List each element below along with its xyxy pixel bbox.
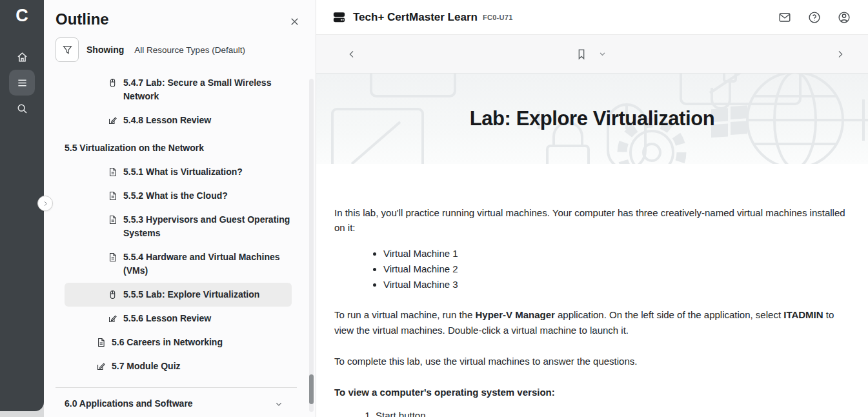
comptia-logo: C [0, 0, 44, 26]
chevron-left-icon [347, 49, 357, 59]
chevron-right-icon [835, 49, 845, 59]
outline-item-label: 5.5.4 Hardware and Virtual Machines (VMs… [123, 250, 292, 278]
steps-list: Start buttonSettings (gear icon) [334, 408, 850, 417]
outline-menu-button[interactable] [9, 70, 35, 96]
bookmark-button[interactable] [574, 47, 589, 61]
list-item: Virtual Machine 3 [383, 277, 850, 292]
outline-item-label: 5.5.6 Lesson Review [123, 312, 211, 325]
intro-paragraph: In this lab, you'll practice running vir… [334, 205, 850, 236]
run-text: To run a virtual machine, run the [334, 309, 475, 320]
list-item: Start button [376, 408, 850, 417]
filter-button[interactable] [56, 37, 79, 62]
search-button[interactable] [9, 96, 35, 121]
outline-item[interactable]: 5.6 Careers in Networking [65, 331, 292, 354]
outline-item[interactable]: 5.5.5 Lab: Explore Virtualization [65, 283, 292, 307]
complete-paragraph: To complete this lab, use the virtual ma… [334, 354, 850, 369]
home-button[interactable] [9, 44, 35, 70]
account-button[interactable] [836, 9, 853, 26]
outline-filter-row: Showing All Resource Types (Default) [56, 37, 304, 62]
lesson-review-icon [107, 115, 118, 126]
outline-item[interactable]: 5.7 Module Quiz [65, 354, 292, 378]
document-icon [96, 337, 106, 348]
outline-panel: Outline Showing All Resource Types (Defa… [44, 0, 316, 417]
monitor-icon [332, 109, 423, 164]
lesson-review-icon [96, 361, 106, 372]
brand-logo-icon [332, 10, 347, 25]
outline-item-label: 5.5.5 Lab: Explore Virtualization [123, 288, 259, 301]
outline-item-label: 5.6 Careers in Networking [112, 336, 223, 349]
hyperv-manager-text: Hyper-V Manager [475, 309, 554, 320]
document-icon [107, 252, 118, 263]
outline-list-viewport: 5.4.7 Lab: Secure a Small Wireless Netwo… [44, 79, 308, 417]
chevron-down-icon [598, 49, 607, 59]
chevron-down-icon[interactable] [274, 399, 284, 409]
bookmark-menu-button[interactable] [598, 49, 607, 59]
outline-item-label: 5.4.8 Lesson Review [123, 114, 211, 127]
run-paragraph: To run a virtual machine, run the Hyper-… [334, 307, 850, 338]
user-icon [837, 10, 851, 25]
chevron-right-icon [42, 200, 49, 207]
outline-item-label: 5.5 Virtualization on the Network [65, 141, 204, 155]
outline-item[interactable]: 5.5.6 Lesson Review [65, 307, 292, 331]
outline-section[interactable]: 5.5 Virtualization on the Network [65, 136, 292, 160]
filter-label: Showing [86, 45, 124, 55]
outline-panel-title: Outline [44, 0, 316, 28]
outline-item[interactable]: 5.4.7 Lab: Secure a Small Wireless Netwo… [65, 79, 292, 108]
previous-page-button[interactable] [342, 45, 361, 64]
lesson-review-icon [107, 313, 118, 324]
list-item: Virtual Machine 1 [383, 246, 850, 261]
tablet-icon [371, 74, 455, 96]
outline-item-label: 5.7 Module Quiz [112, 360, 181, 373]
outline-list: 5.4.7 Lab: Secure a Small Wireless Netwo… [44, 79, 308, 417]
outline-divider [56, 387, 297, 388]
close-outline-button[interactable] [286, 13, 303, 30]
lab-mouse-icon [107, 79, 118, 88]
run-text: application. On the left side of the app… [555, 309, 783, 320]
steps-heading: To view a computer's operating system ve… [334, 385, 850, 400]
app-window: C Outline [0, 0, 868, 417]
windows-flag-icon [711, 105, 747, 137]
lesson-body: In this lab, you'll practice running vir… [316, 164, 868, 417]
outline-scrollbar-thumb[interactable] [309, 374, 314, 404]
next-page-button[interactable] [831, 45, 850, 64]
itadmin-text: ITADMIN [783, 309, 823, 320]
course-code: FC0-U71 [483, 14, 513, 21]
app-header: Tech+ CertMaster Learn FC0-U71 [316, 0, 868, 35]
outline-item[interactable]: 5.4.8 Lesson Review [65, 108, 292, 132]
close-icon [288, 15, 301, 28]
lab-mouse-icon [107, 289, 118, 300]
globe-icon [747, 74, 868, 164]
outline-item-label: 6.0 Applications and Software [65, 397, 193, 411]
outline-scrollbar[interactable] [309, 79, 314, 412]
document-icon [107, 214, 118, 225]
messages-button[interactable] [776, 9, 793, 26]
document-icon [107, 190, 118, 201]
main-content: Tech+ CertMaster Learn FC0-U71 [316, 0, 868, 417]
laptop-icon [681, 74, 800, 104]
vm-list: Virtual Machine 1Virtual Machine 2Virtua… [334, 246, 850, 292]
outline-item[interactable]: 5.5.1 What is Virtualization? [65, 160, 292, 184]
lesson-nav-bar [316, 35, 868, 74]
lesson-hero-banner: Lab: Explore Virtualization [316, 74, 868, 164]
bookmark-group [574, 47, 607, 61]
bookmark-icon [574, 47, 589, 61]
outline-item-label: 5.5.3 Hypervisors and Guest Operating Sy… [123, 213, 292, 240]
brand-name: Tech+ CertMaster Learn [353, 11, 478, 24]
search-icon [15, 102, 29, 116]
outline-item[interactable]: 5.5.3 Hypervisors and Guest Operating Sy… [65, 208, 292, 245]
help-icon [807, 10, 822, 25]
help-button[interactable] [806, 9, 823, 26]
outline-item-label: 5.5.2 What is the Cloud? [123, 189, 228, 203]
mail-icon [778, 10, 792, 25]
header-actions [776, 9, 853, 26]
outline-item-label: 5.4.7 Lab: Secure a Small Wireless Netwo… [123, 79, 292, 103]
filter-value[interactable]: All Resource Types (Default) [134, 45, 245, 55]
panel-expand-button[interactable] [37, 196, 53, 211]
lesson-title: Lab: Explore Virtualization [470, 107, 715, 130]
outline-item[interactable]: 5.5.4 Hardware and Virtual Machines (VMs… [65, 245, 292, 283]
list-item: Virtual Machine 2 [383, 261, 850, 276]
outline-item[interactable]: 5.5.2 What is the Cloud? [65, 184, 292, 208]
outline-section[interactable]: 6.0 Applications and Software [65, 392, 292, 416]
menu-icon [15, 76, 29, 90]
funnel-icon [61, 44, 74, 56]
